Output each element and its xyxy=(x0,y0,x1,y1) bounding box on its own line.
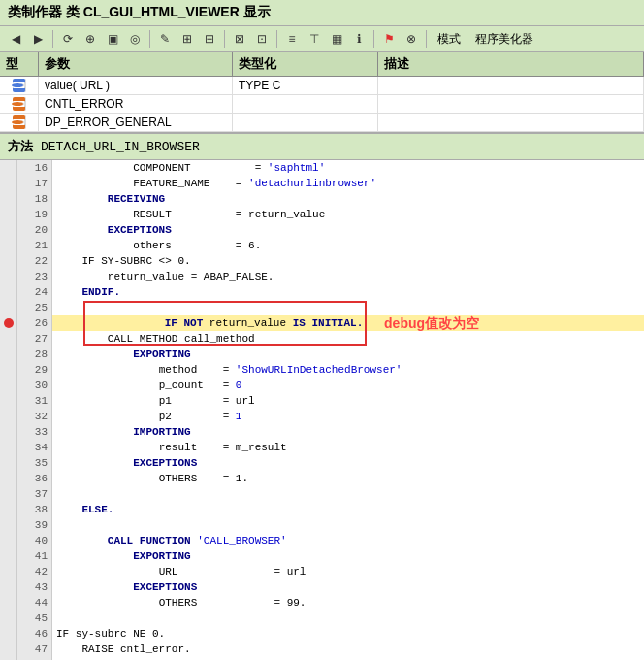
linenum-25: 25 xyxy=(17,300,51,315)
bp-31 xyxy=(0,393,16,409)
button-3[interactable]: ▣ xyxy=(103,29,122,49)
code-21: others = 6. xyxy=(56,238,261,253)
linenum-31: 31 xyxy=(17,393,51,409)
linenum-28: 28 xyxy=(17,346,51,362)
toolbar-sep-4 xyxy=(276,30,277,48)
code-35: EXCEPTIONS xyxy=(56,455,197,471)
method-name: DETACH_URL_IN_BROWSER xyxy=(41,140,200,154)
bp-47 xyxy=(0,642,16,657)
param-desc-1 xyxy=(378,77,644,94)
code-line-16: COMPONENT = 'saphtml' xyxy=(52,160,644,176)
bp-33 xyxy=(0,424,16,440)
beautifier-button[interactable]: 程序美化器 xyxy=(469,30,539,49)
button-6[interactable]: ⊟ xyxy=(200,29,219,49)
code-34: result = m_result xyxy=(56,440,287,455)
param-desc-3 xyxy=(378,114,644,131)
code-36: OTHERS = 1. xyxy=(56,471,248,486)
bp-41 xyxy=(0,548,16,564)
code-line-31: p1 = url xyxy=(52,393,644,409)
code-19: RESULT = return_value xyxy=(56,207,325,222)
code-line-39 xyxy=(52,517,644,533)
linenum-18: 18 xyxy=(17,191,51,207)
param-icon-2 xyxy=(0,95,39,113)
linenum-47: 47 xyxy=(17,642,51,657)
param-name-3: DP_ERROR_GENERAL xyxy=(39,114,233,131)
code-33: IMPORTING xyxy=(56,424,191,440)
stop-button[interactable]: ⊗ xyxy=(402,29,421,49)
bp-29 xyxy=(0,362,16,378)
code-38: ELSE. xyxy=(56,502,113,517)
code-line-44: OTHERS = 99. xyxy=(52,595,644,610)
linenum-46: 46 xyxy=(17,626,51,642)
code-29: method = 'ShowURLInDetachedBrowser' xyxy=(56,362,402,378)
orange-icon-1 xyxy=(13,97,26,111)
linenum-21: 21 xyxy=(17,238,51,253)
bp-23 xyxy=(0,269,16,284)
code-46: IF sy-subrc NE 0. xyxy=(56,626,165,642)
code-lines: COMPONENT = 'saphtml' FEATURE_NAME = 'de… xyxy=(52,160,644,660)
toolbar: ◀ ▶ ⟳ ⊕ ▣ ◎ ✎ ⊞ ⊟ ⊠ ⊡ ≡ ⊤ ▦ ℹ ⚑ ⊗ 模式 程序美… xyxy=(0,26,644,52)
code-line-21: others = 6. xyxy=(52,238,644,253)
button-5[interactable]: ⊞ xyxy=(177,29,197,49)
button-10[interactable]: ⊤ xyxy=(305,29,324,49)
code-43: EXCEPTIONS xyxy=(56,579,197,595)
edit-button[interactable]: ✎ xyxy=(155,29,175,49)
refresh-button[interactable]: ⟳ xyxy=(58,29,78,49)
button-4[interactable]: ◎ xyxy=(125,29,145,49)
linenum-33: 33 xyxy=(17,424,51,440)
code-line-22: IF SY-SUBRC <> 0. xyxy=(52,253,644,269)
blue-icon xyxy=(13,79,26,92)
param-row-3[interactable]: DP_ERROR_GENERAL xyxy=(0,114,644,132)
method-bar: 方法 DETACH_URL_IN_BROWSER xyxy=(0,134,644,160)
code-line-24: ENDIF. xyxy=(52,284,644,300)
linenum-29: 29 xyxy=(17,362,51,378)
code-line-19: RESULT = return_value xyxy=(52,207,644,222)
linenum-20: 20 xyxy=(17,222,51,238)
linenum-35: 35 xyxy=(17,455,51,471)
linenum-45: 45 xyxy=(17,610,51,626)
code-line-40: CALL FUNCTION 'CALL_BROWSER' xyxy=(52,533,644,548)
button-7[interactable]: ⊠ xyxy=(230,29,249,49)
flag-button[interactable]: ⚑ xyxy=(379,29,399,49)
bp-19 xyxy=(0,207,16,222)
code-line-32: p2 = 1 xyxy=(52,409,644,424)
mode-button[interactable]: 模式 xyxy=(432,30,467,49)
button-8[interactable]: ⊡ xyxy=(252,29,272,49)
button-2[interactable]: ⊕ xyxy=(80,29,100,49)
linenum-19: 19 xyxy=(17,207,51,222)
bp-36 xyxy=(0,471,16,486)
toolbar-sep-2 xyxy=(149,30,150,48)
code-41: EXPORTING xyxy=(56,548,191,564)
toolbar-sep-6 xyxy=(426,30,427,48)
linenum-38: 38 xyxy=(17,502,51,517)
breakpoint-area xyxy=(0,160,17,660)
linenum-39: 39 xyxy=(17,517,51,533)
code-line-33: IMPORTING xyxy=(52,424,644,440)
back-button[interactable]: ◀ xyxy=(6,29,25,49)
bp-45 xyxy=(0,610,16,626)
code-44: OTHERS = 99. xyxy=(56,595,306,610)
code-line-37 xyxy=(52,486,644,502)
code-line-30: p_count = 0 xyxy=(52,378,644,393)
col-desc: 描述 xyxy=(378,52,644,76)
param-row-1[interactable]: value( URL ) TYPE C xyxy=(0,77,644,95)
debug-annotation: debug值改为空 xyxy=(376,315,479,331)
bp-32 xyxy=(0,409,16,424)
info-button[interactable]: ℹ xyxy=(349,29,369,49)
button-9[interactable]: ≡ xyxy=(282,29,302,49)
bp-26[interactable] xyxy=(0,315,16,331)
code-line-43: EXCEPTIONS xyxy=(52,579,644,595)
code-30: p_count = 0 xyxy=(56,378,242,393)
code-line-29: method = 'ShowURLInDetachedBrowser' xyxy=(52,362,644,378)
code-24: ENDIF. xyxy=(56,284,120,300)
code-31: p1 = url xyxy=(56,393,255,409)
linenum-41: 41 xyxy=(17,548,51,564)
code-line-35: EXCEPTIONS xyxy=(52,455,644,471)
linenum-17: 17 xyxy=(17,176,51,191)
param-row-2[interactable]: CNTL_ERROR xyxy=(0,95,644,114)
linenum-23: 23 xyxy=(17,269,51,284)
toolbar-sep-1 xyxy=(52,30,53,48)
param-type-2 xyxy=(233,95,378,113)
forward-button[interactable]: ▶ xyxy=(28,29,48,49)
button-11[interactable]: ▦ xyxy=(327,29,346,49)
